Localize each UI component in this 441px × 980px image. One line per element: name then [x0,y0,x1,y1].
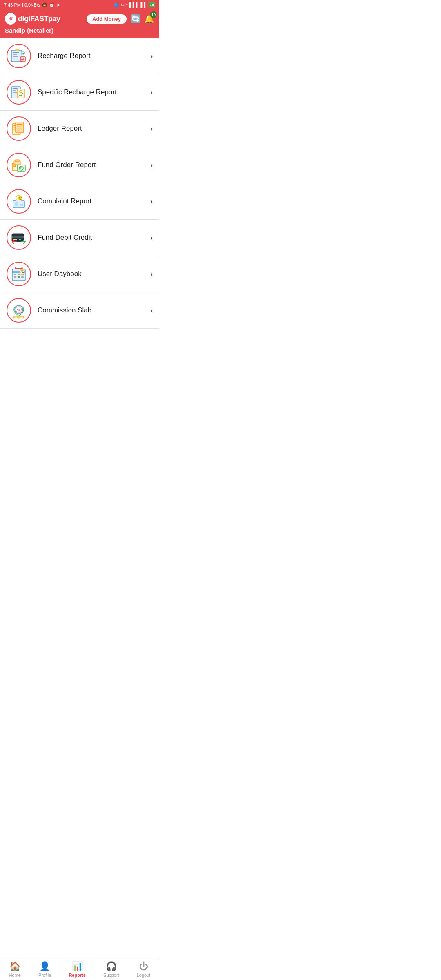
daybook-icon [10,265,28,283]
svg-rect-34 [20,204,23,206]
menu-list: Recharge Report › Specific Recharge Repo… [0,38,159,382]
logo-text: digiFASTpay [18,15,60,23]
commission-chevron: › [150,306,153,315]
commission-icon: % [10,301,28,319]
svg-rect-6 [16,49,19,51]
fund-order-label: Fund Order Report [38,161,150,169]
svg-rect-22 [17,130,20,131]
menu-item-fund-debit-credit[interactable]: Fund Debit Credit › [0,220,159,256]
svg-rect-3 [13,56,18,57]
svg-rect-44 [14,274,16,275]
fund-order-icon: ₹ ₹ [10,156,28,174]
svg-rect-18 [16,122,24,133]
menu-item-commission-slab[interactable]: % Commission Slab › [0,292,159,329]
menu-item-ledger-report[interactable]: Ledger Report › [0,111,159,147]
svg-rect-19 [17,124,22,125]
specific-recharge-chevron: › [150,88,153,97]
svg-rect-10 [13,90,16,91]
daybook-chevron: › [150,270,153,278]
svg-rect-41 [19,239,21,240]
svg-rect-9 [13,88,18,89]
specific-recharge-icon [10,83,28,101]
status-right: 🔷 4G+ ▌▌▌ ▌▌ 76 [114,2,155,8]
fund-order-chevron: › [150,161,153,169]
complaint-label: Complaint Report [38,197,150,205]
time-text: 7:43 PM | 0.0KB/s [4,2,40,7]
recharge-report-label: Recharge Report [38,52,150,60]
menu-item-recharge-report[interactable]: Recharge Report › [0,38,159,74]
notification-button[interactable]: 🔔 19 [144,14,154,24]
fund-debit-chevron: › [150,234,153,242]
signal2-icon: ▌▌ [140,2,147,7]
complaint-chevron: › [150,197,153,206]
daybook-label: User Daybook [38,270,150,278]
svg-rect-20 [17,126,21,127]
recharge-report-icon [10,47,28,65]
notification-badge: 19 [150,11,157,18]
menu-item-fund-order-report[interactable]: ₹ ₹ Fund Order Report › [0,147,159,183]
header-actions: Add Money 🔄 🔔 19 [86,13,154,24]
status-bar: 7:43 PM | 0.0KB/s 🔕 ⏰ ➤ 🔷 4G+ ▌▌▌ ▌▌ 76 [0,0,159,10]
commission-icon-wrap: % [7,298,31,323]
svg-text:%: % [17,308,20,312]
specific-recharge-icon-wrap [7,80,31,105]
svg-rect-2 [13,54,17,55]
svg-point-53 [21,267,23,269]
svg-rect-1 [13,52,19,53]
alarm-icon: ⏰ [49,2,55,8]
svg-rect-45 [18,274,20,275]
bluetooth-icon: 🔷 [114,2,119,8]
recharge-report-icon-wrap [7,44,31,68]
specific-recharge-label: Specific Recharge Report [38,88,150,96]
svg-rect-49 [21,276,24,278]
complaint-icon-wrap: 😟 [7,189,31,214]
app-logo: df digiFASTpay [5,13,60,24]
svg-rect-37 [16,200,21,202]
svg-rect-11 [13,92,17,93]
svg-point-51 [21,270,23,272]
user-name-text: Sandip (Retailer) [5,27,154,34]
svg-text:₹: ₹ [13,165,15,167]
svg-text:😟: 😟 [18,196,23,201]
svg-rect-21 [17,128,22,129]
fund-debit-label: Fund Debit Credit [38,234,150,242]
add-money-button[interactable]: Add Money [86,13,127,24]
svg-rect-31 [15,160,19,162]
signal-icon: ▌▌▌ [129,2,139,7]
refresh-button[interactable]: 🔄 [131,14,141,24]
fund-debit-icon-wrap [7,225,31,250]
menu-item-complaint-report[interactable]: 😟 Complaint Report › [0,183,159,220]
logo-icon: df [5,13,16,24]
svg-text:₹: ₹ [20,167,22,170]
fund-order-icon-wrap: ₹ ₹ [7,153,31,177]
daybook-icon-wrap [7,262,31,286]
svg-rect-47 [14,276,16,278]
menu-item-specific-recharge-report[interactable]: Specific Recharge Report › [0,74,159,111]
menu-item-user-daybook[interactable]: User Daybook › [0,256,159,292]
svg-rect-39 [12,236,24,238]
recharge-report-chevron: › [150,52,153,60]
mute-icon: 🔕 [42,2,47,8]
commission-label: Commission Slab [38,306,150,314]
ledger-report-icon-wrap [7,116,31,141]
network-text: 4G+ [121,3,128,7]
svg-rect-33 [15,202,18,206]
svg-rect-54 [15,268,21,269]
complaint-icon: 😟 [10,192,28,210]
battery-indicator: 76 [149,2,155,7]
header-top: df digiFASTpay Add Money 🔄 🔔 19 [5,13,154,24]
svg-rect-48 [18,276,20,278]
ledger-report-chevron: › [150,125,153,133]
fund-debit-icon [10,229,28,247]
app-header: df digiFASTpay Add Money 🔄 🔔 19 Sandip (… [0,10,159,38]
ledger-report-icon [10,120,28,138]
location-icon: ➤ [56,2,60,8]
status-left: 7:43 PM | 0.0KB/s 🔕 ⏰ ➤ [4,2,60,8]
ledger-report-label: Ledger Report [38,125,150,133]
